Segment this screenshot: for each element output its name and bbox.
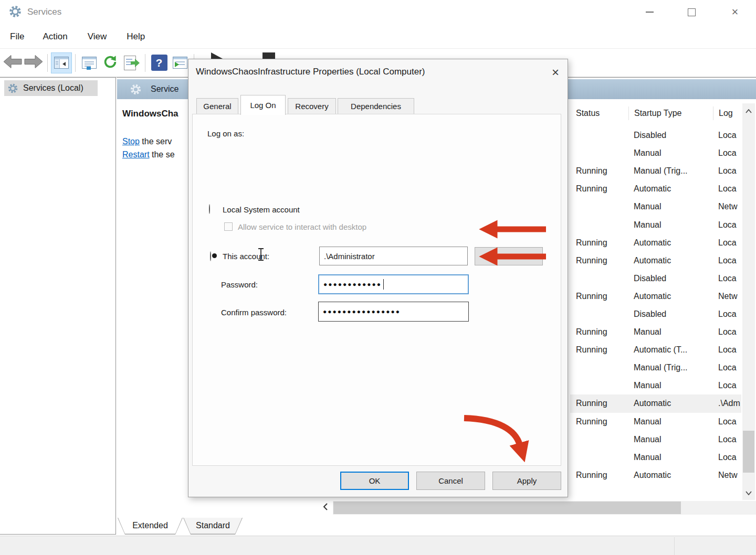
interact-desktop-checkbox[interactable] bbox=[224, 222, 233, 231]
row-startup-type: Manual bbox=[628, 453, 713, 462]
row-log-on-as: .\Adm bbox=[713, 399, 741, 408]
table-row[interactable]: Manual Loca bbox=[570, 144, 741, 162]
log-on-as-label: Log on as: bbox=[207, 129, 244, 138]
column-header-startup-type[interactable]: Startup Type bbox=[628, 106, 713, 120]
table-row[interactable]: Running Automatic Netw bbox=[570, 466, 741, 484]
tab-recovery[interactable]: Recovery bbox=[288, 98, 336, 114]
tab-log-on[interactable]: Log On bbox=[240, 95, 286, 115]
local-system-label: Local System account bbox=[223, 205, 300, 214]
table-row[interactable]: Running Automatic Loca bbox=[570, 234, 741, 252]
row-startup-type: Manual bbox=[628, 148, 713, 158]
password-input[interactable]: ●●●●●●●●●●●● bbox=[318, 274, 469, 294]
window-title: Services bbox=[27, 7, 61, 17]
tab-general[interactable]: General bbox=[196, 98, 238, 114]
pane-gear-icon bbox=[130, 83, 142, 95]
close-button[interactable]: × bbox=[723, 3, 747, 21]
row-startup-type: Automatic bbox=[628, 471, 713, 480]
row-log-on-as: Netw bbox=[713, 202, 741, 211]
row-startup-type: Manual bbox=[628, 202, 713, 211]
table-row[interactable]: Running Automatic Loca bbox=[570, 252, 741, 270]
table-row[interactable]: Running Automatic (T... Loca bbox=[570, 341, 741, 359]
statusbar-divider bbox=[674, 537, 675, 555]
scroll-up-button[interactable] bbox=[742, 103, 755, 118]
table-row[interactable]: Running Manual (Trig... Loca bbox=[570, 162, 741, 180]
table-row[interactable]: Manual Loca bbox=[570, 449, 741, 466]
interact-desktop-label: Allow service to interact with desktop bbox=[238, 222, 366, 231]
column-header-log-on[interactable]: Log bbox=[713, 106, 741, 120]
tab-general-label: General bbox=[203, 102, 231, 111]
account-value: .\Administrator bbox=[324, 252, 375, 261]
table-row[interactable]: Running Automatic Netw bbox=[570, 287, 741, 305]
sidebar-item-services-local[interactable]: Services (Local) bbox=[4, 80, 98, 96]
table-row[interactable]: Running Manual Loca bbox=[570, 323, 741, 341]
properties-button[interactable] bbox=[79, 52, 100, 73]
tab-extended[interactable]: Extended bbox=[118, 518, 183, 535]
export-list-icon bbox=[123, 56, 139, 70]
services-gear-icon bbox=[7, 83, 18, 94]
menu-view[interactable]: View bbox=[86, 31, 109, 42]
table-row[interactable]: Manual Loca bbox=[570, 216, 741, 233]
row-status: Running bbox=[570, 399, 628, 408]
cancel-button[interactable]: Cancel bbox=[416, 472, 485, 490]
tab-standard[interactable]: Standard bbox=[183, 518, 243, 535]
apply-button-label: Apply bbox=[517, 476, 537, 485]
table-row[interactable]: Running Manual Loca bbox=[570, 413, 741, 431]
export-list-button[interactable] bbox=[121, 52, 142, 73]
table-row[interactable]: Manual Netw bbox=[570, 198, 741, 216]
forward-button[interactable] bbox=[23, 52, 44, 73]
table-row[interactable]: Disabled Loca bbox=[570, 126, 741, 144]
row-startup-type: Automatic bbox=[628, 184, 713, 194]
row-startup-type: Automatic bbox=[628, 399, 713, 408]
tab-standard-label: Standard bbox=[196, 521, 230, 530]
tab-dependencies[interactable]: Dependencies bbox=[338, 98, 414, 114]
local-system-radio[interactable] bbox=[209, 204, 210, 214]
row-log-on-as: Loca bbox=[713, 184, 741, 194]
table-row[interactable]: Manual Loca bbox=[570, 431, 741, 449]
browse-button[interactable]: Browse... bbox=[475, 247, 543, 265]
dialog-titlebar: WindowsChaosInfrastructure Properties (L… bbox=[188, 59, 568, 86]
vertical-scroll-thumb[interactable] bbox=[743, 431, 754, 473]
maximize-button[interactable] bbox=[680, 3, 703, 21]
table-row[interactable]: Manual (Trig... Loca bbox=[570, 359, 741, 377]
horizontal-scrollbar[interactable] bbox=[318, 501, 756, 515]
menu-action[interactable]: Action bbox=[40, 31, 69, 42]
table-row[interactable]: Running Automatic Loca bbox=[570, 180, 741, 198]
row-startup-type: Manual (Trig... bbox=[628, 363, 713, 372]
services-rows: Disabled Loca Manual Loca Running Manual… bbox=[570, 126, 741, 485]
help-button[interactable]: ? bbox=[149, 52, 170, 73]
confirm-password-input[interactable]: ●●●●●●●●●●●●●●●● bbox=[318, 302, 469, 322]
table-row[interactable]: Running Automatic .\Adm bbox=[570, 394, 741, 412]
row-status: Running bbox=[570, 471, 628, 480]
row-status: Running bbox=[570, 184, 628, 194]
refresh-button[interactable] bbox=[100, 52, 121, 73]
table-row[interactable]: Disabled Loca bbox=[570, 270, 741, 287]
scroll-down-button[interactable] bbox=[742, 485, 755, 500]
stop-service-link[interactable]: Stop bbox=[122, 137, 140, 146]
show-console-tree-button[interactable] bbox=[51, 52, 72, 73]
table-row[interactable]: Manual Loca bbox=[570, 377, 741, 394]
row-startup-type: Manual (Trig... bbox=[628, 166, 713, 176]
show-window-button[interactable] bbox=[170, 52, 191, 73]
scroll-left-button[interactable] bbox=[318, 501, 333, 515]
row-startup-type: Automatic bbox=[628, 238, 713, 248]
ok-button[interactable]: OK bbox=[340, 472, 409, 490]
this-account-radio[interactable] bbox=[210, 251, 211, 261]
column-header-status[interactable]: Status bbox=[570, 106, 628, 120]
menu-help[interactable]: Help bbox=[124, 31, 147, 42]
table-row[interactable]: Disabled Loca bbox=[570, 305, 741, 323]
minimize-button[interactable] bbox=[638, 3, 661, 21]
horizontal-scroll-thumb[interactable] bbox=[333, 501, 681, 514]
ok-button-label: OK bbox=[369, 476, 381, 485]
row-status: Running bbox=[570, 166, 628, 176]
apply-button[interactable]: Apply bbox=[492, 472, 561, 490]
back-button[interactable] bbox=[2, 52, 23, 73]
restart-service-link[interactable]: Restart bbox=[122, 150, 150, 159]
row-status: Running bbox=[570, 238, 628, 248]
chevron-up-icon bbox=[746, 106, 752, 115]
row-log-on-as: Loca bbox=[713, 327, 741, 337]
menu-bar: File Action View Help bbox=[0, 25, 756, 49]
menu-file[interactable]: File bbox=[8, 31, 26, 42]
dialog-close-button[interactable]: × bbox=[545, 63, 565, 81]
vertical-scrollbar[interactable] bbox=[742, 103, 755, 500]
account-input[interactable]: .\Administrator bbox=[319, 247, 468, 265]
